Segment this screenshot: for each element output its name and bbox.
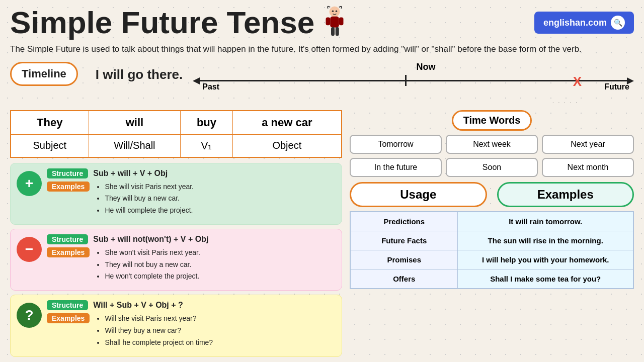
time-words-section: Time Words Tomorrow Next week Next year … xyxy=(350,110,634,177)
list-item: She will visit Paris next year. xyxy=(105,181,194,193)
timeline-future: Future xyxy=(604,82,629,92)
list-item: They will buy a new car. xyxy=(105,193,194,205)
negative-formula: Sub + will not(won't) + V + Obj xyxy=(93,235,208,244)
timeline-axis: X Past Future xyxy=(193,73,634,88)
usage-offers: Offers xyxy=(350,269,458,289)
left-panel: They will buy a new car Subject Will/Sha… xyxy=(10,110,342,361)
list-item: Will she visit Paris next year? xyxy=(105,313,213,325)
question-block: ? Structure Will + Sub + V + Obj + ? Exa… xyxy=(10,295,342,356)
timeline-example: I will go there. xyxy=(96,67,183,82)
positive-content: Structure Sub + will + V + Obj Examples … xyxy=(47,168,336,219)
timeline-x: X xyxy=(573,74,582,89)
example-offers: Shall I make some tea for you? xyxy=(458,269,633,289)
page-title: Simple Future Tense xyxy=(10,7,314,38)
usage-predictions: Predictions xyxy=(350,212,458,231)
timeline-arrow-left xyxy=(193,77,200,84)
time-words-box: Time Words xyxy=(452,110,532,131)
time-word-next-month: Next month xyxy=(542,158,634,177)
time-word-next-year: Next year xyxy=(542,135,634,154)
table-cell-will: will xyxy=(89,111,181,135)
table-cell-v1: V₁ xyxy=(181,134,232,157)
table-cell-object: Object xyxy=(232,134,342,157)
table-cell-obj: a new car xyxy=(232,111,342,135)
usage-examples-header: Usage Examples xyxy=(350,182,634,207)
table-row: Future Facts The sun will rise in the mo… xyxy=(350,231,633,250)
positive-structure-label: Structure xyxy=(47,168,88,178)
negative-structure-row: Structure Sub + will not(won't) + V + Ob… xyxy=(47,234,336,244)
example-future-facts: The sun will rise in the morning. xyxy=(458,231,633,250)
header: Simple Future Tense englishan.com 🔍 xyxy=(10,5,634,40)
timeline-left: Timeline I will go there. xyxy=(10,62,183,86)
formula-table: They will buy a new car Subject Will/Sha… xyxy=(10,110,342,158)
positive-examples-row: Examples She will visit Paris next year.… xyxy=(47,181,336,217)
positive-examples-label: Examples xyxy=(47,182,90,192)
list-item: Will they buy a new car? xyxy=(105,325,213,337)
svg-point-7 xyxy=(336,11,338,13)
table-row-example: They will buy a new car xyxy=(11,111,342,135)
positive-formula: Sub + will + V + Obj xyxy=(93,169,168,178)
usage-label: Usage xyxy=(350,182,487,207)
negative-examples-list: She won't visit Paris next year. They wi… xyxy=(95,247,200,283)
question-formula: Will + Sub + V + Obj + ? xyxy=(93,301,183,310)
character-icon xyxy=(319,5,350,40)
header-title-row: Simple Future Tense xyxy=(10,5,350,40)
svg-rect-3 xyxy=(339,18,344,26)
question-content: Structure Will + Sub + V + Obj + ? Examp… xyxy=(47,300,336,351)
question-examples-row: Examples Will she visit Paris next year?… xyxy=(47,313,336,348)
table-cell-subject: Subject xyxy=(11,134,89,157)
description: The Simple Future is used to talk about … xyxy=(10,43,634,56)
svg-point-0 xyxy=(330,7,340,17)
list-item: He will complete the project. xyxy=(105,205,194,217)
table-cell-they: They xyxy=(11,111,89,135)
page-wrapper: Simple Future Tense englishan.com 🔍 xyxy=(0,0,644,362)
negative-content: Structure Sub + will not(won't) + V + Ob… xyxy=(47,234,336,285)
table-row: Predictions It will rain tomorrow. xyxy=(350,212,633,231)
question-examples-list: Will she visit Paris next year? Will the… xyxy=(95,313,213,348)
timeline-dots: · · · · · xyxy=(193,100,634,105)
question-structure-row: Structure Will + Sub + V + Obj + ? xyxy=(47,300,336,310)
positive-examples-list: She will visit Paris next year. They wil… xyxy=(95,181,194,217)
negative-icon: − xyxy=(17,237,42,262)
svg-point-6 xyxy=(332,11,334,13)
timeline-tick xyxy=(405,75,407,86)
time-word-next-week: Next week xyxy=(446,135,538,154)
time-words-grid: Tomorrow Next week Next year In the futu… xyxy=(350,135,634,177)
examples-label: Examples xyxy=(497,182,634,207)
svg-rect-4 xyxy=(331,27,335,36)
positive-icon: + xyxy=(17,171,42,196)
right-panel: Time Words Tomorrow Next week Next year … xyxy=(350,110,634,361)
site-badge: englishan.com 🔍 xyxy=(534,12,634,34)
usage-table: Predictions It will rain tomorrow. Futur… xyxy=(350,211,634,289)
svg-rect-5 xyxy=(336,27,339,36)
table-row: Promises I will help you with your homew… xyxy=(350,250,633,269)
list-item: She won't visit Paris next year. xyxy=(105,247,200,259)
time-word-in-the-future: In the future xyxy=(350,158,442,177)
header-right: englishan.com 🔍 xyxy=(534,12,634,34)
table-cell-willshall: Will/Shall xyxy=(89,134,181,157)
time-words-header: Time Words xyxy=(350,110,634,131)
table-row: Offers Shall I make some tea for you? xyxy=(350,269,633,289)
time-word-tomorrow: Tomorrow xyxy=(350,135,442,154)
negative-examples-row: Examples She won't visit Paris next year… xyxy=(47,247,336,283)
table-cell-buy: buy xyxy=(181,111,232,135)
svg-rect-1 xyxy=(330,17,339,28)
negative-structure-label: Structure xyxy=(47,234,88,244)
example-predictions: It will rain tomorrow. xyxy=(458,212,633,231)
timeline-graphic: Now X Past Future · · · · · xyxy=(193,62,634,105)
search-icon[interactable]: 🔍 xyxy=(611,16,625,30)
timeline-box: Timeline xyxy=(10,62,78,86)
timeline-line: X Past Future xyxy=(200,80,627,81)
list-item: Shall he complete project on time? xyxy=(105,337,213,349)
time-word-soon: Soon xyxy=(446,158,538,177)
list-item: He won't complete the project. xyxy=(105,270,200,283)
negative-block: − Structure Sub + will not(won't) + V + … xyxy=(10,229,342,291)
question-icon: ? xyxy=(17,303,42,328)
svg-rect-2 xyxy=(326,18,331,26)
main-content-grid: They will buy a new car Subject Will/Sha… xyxy=(10,110,634,361)
positive-structure-row: Structure Sub + will + V + Obj xyxy=(47,168,336,178)
example-promises: I will help you with your homework. xyxy=(458,250,633,269)
question-structure-label: Structure xyxy=(47,300,88,310)
table-row-formula: Subject Will/Shall V₁ Object xyxy=(11,134,342,157)
timeline-past: Past xyxy=(202,82,219,92)
timeline-now-label: Now xyxy=(193,62,634,72)
